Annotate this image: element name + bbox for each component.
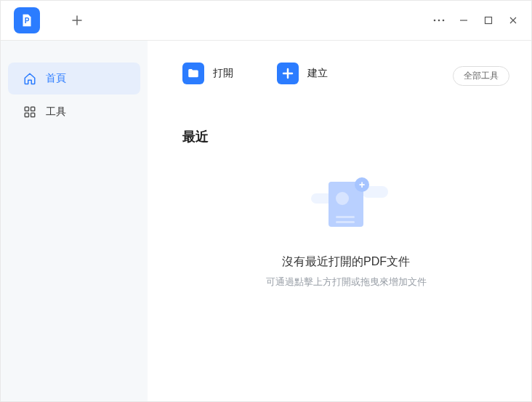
grid-icon [23,105,37,119]
svg-rect-7 [25,113,28,117]
plus-icon [277,63,299,84]
new-tab-button[interactable] [65,9,89,32]
create-button[interactable]: 建立 [277,63,328,84]
svg-point-1 [434,20,436,22]
svg-text:P: P [25,17,30,25]
empty-subtitle: 可通過點擊上方打開或拖曳來增加文件 [266,276,427,289]
titlebar: P [1,1,531,41]
minimize-button[interactable] [453,9,475,31]
empty-title: 沒有最近打開的PDF文件 [282,254,410,270]
close-button[interactable] [502,9,524,31]
open-label: 打開 [213,67,233,80]
all-tools-button[interactable]: 全部工具 [453,66,509,86]
more-button[interactable] [428,9,450,31]
recent-title: 最近 [182,128,509,145]
sidebar: 首頁 工具 [1,41,148,402]
maximize-button[interactable] [477,9,499,31]
empty-illustration-icon: + [317,182,375,240]
sidebar-item-label: 工具 [46,105,66,118]
create-label: 建立 [307,67,328,80]
sidebar-item-tools[interactable]: 工具 [8,96,140,128]
window-controls [428,9,524,31]
svg-rect-4 [485,17,492,24]
folder-icon [182,63,204,84]
svg-point-3 [443,20,445,22]
main-content: 打開 建立 全部工具 最近 + 沒有最近打開的PDF文件 [148,41,531,402]
home-icon [23,71,37,86]
svg-rect-8 [31,113,35,117]
recent-section: 最近 + 沒有最近打開的PDF文件 可通過點擊上方打開或拖曳來增加文件 [182,128,509,289]
svg-rect-6 [31,107,35,110]
app-logo: P [14,7,40,33]
svg-rect-5 [25,107,28,110]
open-button[interactable]: 打開 [182,63,233,84]
sidebar-item-home[interactable]: 首頁 [8,63,140,95]
empty-state: + 沒有最近打開的PDF文件 可通過點擊上方打開或拖曳來增加文件 [182,182,509,289]
sidebar-item-label: 首頁 [46,72,66,85]
svg-point-2 [438,20,440,22]
